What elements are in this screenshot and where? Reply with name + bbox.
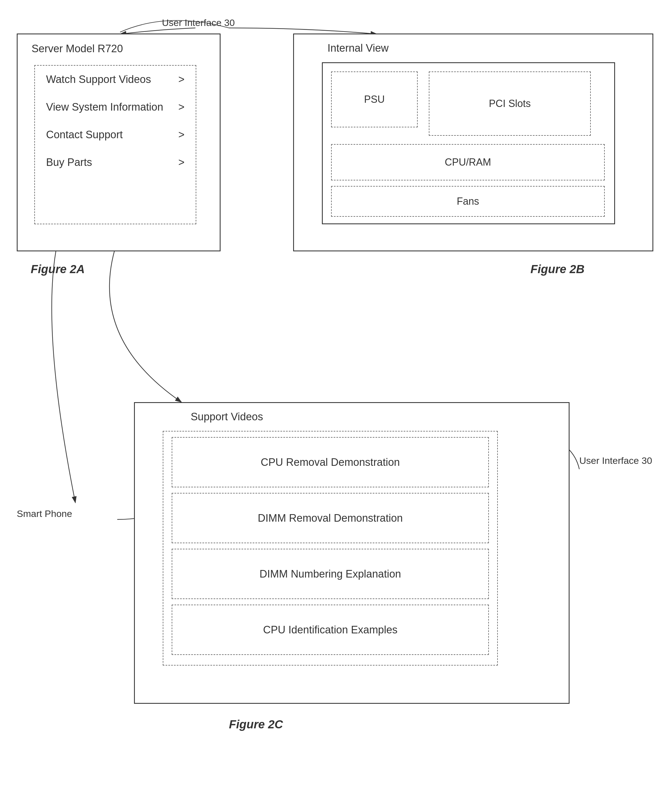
- pci-component: PCI Slots: [429, 72, 591, 136]
- video-item-cpu-removal[interactable]: CPU Removal Demonstration: [172, 437, 489, 487]
- video-item-cpu-identification[interactable]: CPU Identification Examples: [172, 605, 489, 655]
- menu-item-contact-support-label: Contact Support: [46, 129, 123, 141]
- figure-2b-container: Internal View PSU PCI Slots CPU/RAM Fans: [293, 34, 653, 251]
- figure-2c-container: Support Videos CPU Removal Demonstration…: [134, 402, 570, 704]
- menu-item-view-system-label: View System Information: [46, 101, 163, 113]
- fig2b-caption: Figure 2B: [530, 263, 650, 276]
- menu-item-buy-parts-arrow: >: [178, 156, 184, 168]
- user-interface-label-top: User Interface 30: [162, 17, 235, 28]
- menu-item-watch-videos-arrow: >: [178, 74, 184, 85]
- fig2b-title: Internal View: [328, 42, 389, 54]
- fig2a-menu: Watch Support Videos > View System Infor…: [34, 65, 196, 224]
- user-interface-label-2c: User Interface 30: [579, 455, 652, 466]
- fig2c-inner: CPU Removal Demonstration DIMM Removal D…: [163, 431, 498, 666]
- fig2c-title: Support Videos: [191, 411, 263, 423]
- video-item-dimm-removal[interactable]: DIMM Removal Demonstration: [172, 493, 489, 543]
- menu-item-contact-support-arrow: >: [178, 129, 184, 141]
- fans-component: Fans: [331, 186, 605, 217]
- video-item-dimm-numbering[interactable]: DIMM Numbering Explanation: [172, 549, 489, 599]
- figure-2a-container: Server Model R720 Watch Support Videos >…: [17, 34, 221, 251]
- fig2b-inner: PSU PCI Slots CPU/RAM Fans: [322, 62, 615, 224]
- cpu-ram-component: CPU/RAM: [331, 144, 605, 180]
- menu-item-watch-videos[interactable]: Watch Support Videos >: [35, 66, 196, 93]
- page-container: User Interface 30 Server Model R720 Watc…: [0, 0, 672, 799]
- menu-item-view-system-arrow: >: [178, 101, 184, 113]
- menu-item-contact-support[interactable]: Contact Support >: [35, 121, 196, 149]
- menu-item-buy-parts-label: Buy Parts: [46, 156, 92, 168]
- fig2c-caption: Figure 2C: [229, 718, 283, 731]
- smart-phone-label: Smart Phone: [17, 508, 72, 519]
- fig2a-caption: Figure 2A: [31, 263, 85, 276]
- menu-item-watch-videos-label: Watch Support Videos: [46, 74, 151, 85]
- menu-item-view-system[interactable]: View System Information >: [35, 93, 196, 121]
- psu-component: PSU: [331, 72, 418, 127]
- menu-item-buy-parts[interactable]: Buy Parts >: [35, 149, 196, 176]
- fig2a-title: Server Model R720: [32, 43, 123, 55]
